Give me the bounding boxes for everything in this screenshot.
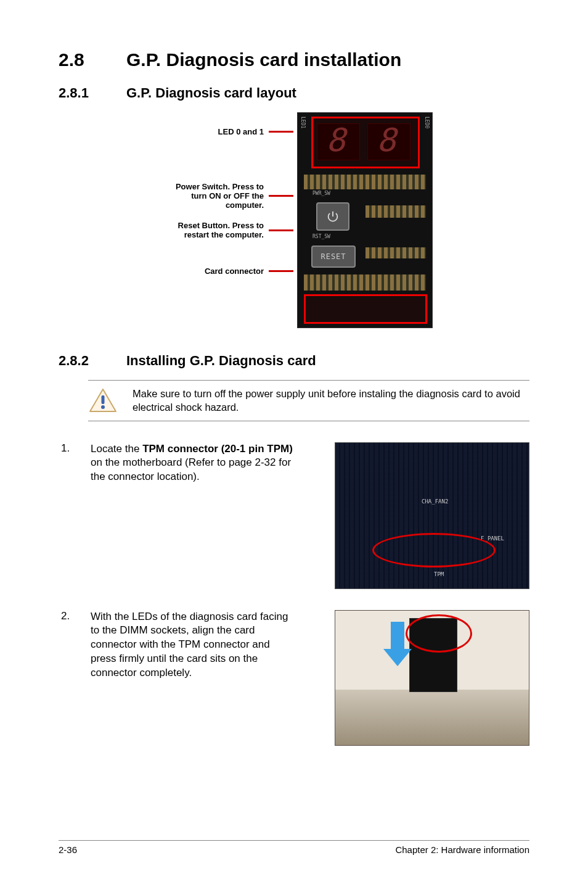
label-power-switch: Power Switch. Press to turn ON or OFF th… xyxy=(159,182,264,210)
reset-button-graphic: RESET xyxy=(311,245,356,268)
label-card-connector: Card connector xyxy=(205,266,264,276)
diagnosis-card-figure: LED1 LED0 88 PWR_SW RST_SW RESET xyxy=(297,112,433,328)
subsection-title: G.P. Diagnosis card layout xyxy=(126,85,296,101)
label-reset-button: Reset Button. Press to restart the compu… xyxy=(159,221,264,239)
section-title: G.P. Diagnosis card installation xyxy=(126,49,401,70)
subsection-title: Installing G.P. Diagnosis card xyxy=(126,353,316,368)
label-led: LED 0 and 1 xyxy=(218,127,264,136)
installation-photo xyxy=(335,610,529,746)
section-heading: 2.8G.P. Diagnosis card installation xyxy=(59,49,529,70)
seg-glyph: 8 xyxy=(377,122,396,159)
motherboard-angle xyxy=(335,690,529,745)
silkscreen-pwr-sw: PWR_SW xyxy=(312,191,330,196)
seven-segment-display: 8 xyxy=(367,123,410,160)
highlight-ellipse xyxy=(372,533,496,567)
reset-label: RESET xyxy=(321,252,346,261)
seg-glyph: 8 xyxy=(326,122,345,159)
highlight-connector xyxy=(304,294,427,324)
instruction-step: 2. With the LEDs of the diagnosis card f… xyxy=(59,610,529,746)
leader-line xyxy=(269,229,293,231)
subsection-heading: 2.8.2Installing G.P. Diagnosis card xyxy=(59,353,529,369)
subsection-heading: 2.8.1G.P. Diagnosis card layout xyxy=(59,85,529,101)
leader-line xyxy=(269,195,293,197)
page-footer: 2-36 Chapter 2: Hardware information xyxy=(59,840,529,855)
power-icon xyxy=(326,210,340,223)
step1-bold: TPM connector (20-1 pin TPM) xyxy=(142,443,293,455)
silkscreen-led0: LED0 xyxy=(424,117,430,128)
section-number: 2.8 xyxy=(59,49,126,70)
page-number: 2-36 xyxy=(59,844,77,855)
chapter-title: Chapter 2: Hardware information xyxy=(395,844,529,855)
power-button-graphic xyxy=(316,202,349,231)
step1-post: on the motherboard (Refer to page 2-32 f… xyxy=(91,456,291,482)
pin-strip xyxy=(365,205,426,218)
warning-note: Make sure to turn off the power supply u… xyxy=(88,380,529,421)
leader-line xyxy=(269,131,293,133)
silkscreen-tpm: TPM xyxy=(434,571,444,577)
warning-text: Make sure to turn off the power supply u… xyxy=(133,387,529,415)
leader-line xyxy=(269,270,293,272)
highlight-led: 88 xyxy=(311,117,420,168)
down-arrow-icon xyxy=(383,649,412,666)
pin-strip xyxy=(365,247,426,258)
step-number: 1. xyxy=(59,442,70,589)
silkscreen-cha-fan2: CHA_FAN2 xyxy=(422,498,448,505)
instruction-step: 1. Locate the TPM connector (20-1 pin TP… xyxy=(59,442,529,589)
seven-segment-display: 8 xyxy=(317,123,360,160)
card-layout-diagram: LED 0 and 1 Power Switch. Press to turn … xyxy=(59,112,529,328)
step-text: Locate the TPM connector (20-1 pin TPM) … xyxy=(91,442,294,589)
subsection-number: 2.8.1 xyxy=(59,85,126,101)
step1-pre: Locate the xyxy=(91,443,142,455)
step-number: 2. xyxy=(59,610,70,622)
pin-strip xyxy=(304,175,426,189)
step-text: With the LEDs of the diagnosis card faci… xyxy=(91,610,294,681)
silkscreen-rst-sw: RST_SW xyxy=(312,234,330,239)
highlight-ellipse xyxy=(406,614,472,653)
motherboard-photo: CHA_FAN2 F_PANEL TPM xyxy=(335,442,529,589)
svg-point-1 xyxy=(101,405,105,409)
subsection-number: 2.8.2 xyxy=(59,353,126,369)
down-arrow-icon xyxy=(391,622,404,650)
warning-icon xyxy=(88,387,118,413)
svg-rect-0 xyxy=(102,395,105,404)
silkscreen-led1: LED1 xyxy=(300,117,306,128)
pin-strip xyxy=(304,274,426,291)
